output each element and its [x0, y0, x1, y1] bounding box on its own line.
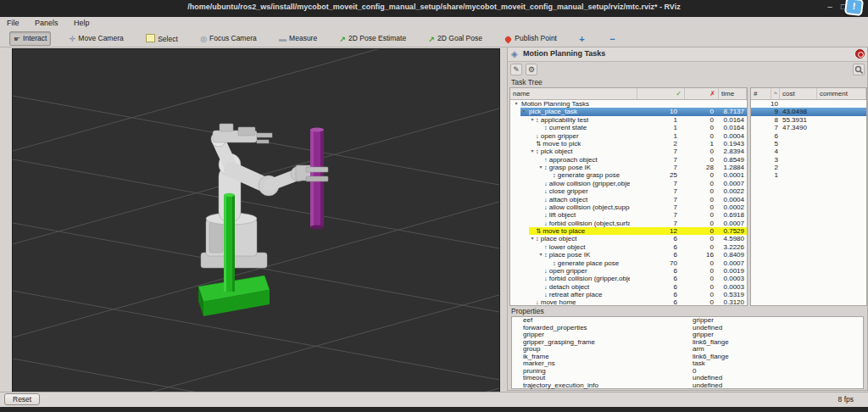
measure-tool-button[interactable]: ▬Measure	[275, 31, 321, 46]
solution-row[interactable]: 2	[751, 164, 866, 171]
panel-header[interactable]: ◈ Motion Planning Tasks	[508, 47, 867, 62]
expander-icon[interactable]: ▾	[537, 251, 544, 259]
task-tree-row[interactable]: ↓ lift object 7 0 0.6918	[510, 211, 747, 219]
task-tree-row[interactable]: ↕ generate grasp pose 25 0 0.0001	[510, 171, 747, 179]
expander-icon[interactable]	[529, 298, 536, 306]
solutions-header[interactable]: #^costcomment	[751, 88, 866, 100]
task-tree-row[interactable]: ↓ open gripper 1 0 0.0004	[510, 132, 747, 140]
expander-icon[interactable]: ▾	[529, 148, 536, 155]
property-row[interactable]: trajectory_execution_info undefined	[512, 382, 863, 390]
expander-icon[interactable]	[537, 275, 544, 282]
expander-icon[interactable]	[537, 187, 544, 195]
expander-icon[interactable]	[529, 140, 536, 148]
task-tree-row[interactable]: ⇅ move to place 12 0 0.7529	[510, 227, 747, 235]
select-tool-button[interactable]: Select	[142, 31, 182, 46]
expander-icon[interactable]	[537, 220, 544, 227]
task-tree-row[interactable]: ↓ close gripper 7 0 0.0022	[510, 187, 747, 195]
publish-point-tool-button[interactable]: Publish Point	[500, 31, 561, 45]
task-tree-row[interactable]: ▾ ↕ place pose IK 6 16 0.8409	[510, 251, 747, 259]
task-tree-row[interactable]: ▾ ↕ place object 6 0 4.5980	[510, 235, 747, 242]
panel-close-icon[interactable]	[855, 49, 865, 58]
property-row[interactable]: marker_ns task	[512, 360, 863, 368]
expander-icon[interactable]	[537, 203, 544, 211]
property-row[interactable]: pruning 0	[512, 368, 863, 376]
task-tree-row[interactable]: ↓ allow collision (object,support) 7 0 0…	[510, 203, 747, 211]
task-tree-row[interactable]: ↓ retreat after place 6 0 0.5319	[510, 291, 747, 298]
expander-icon[interactable]: ▾	[529, 235, 536, 242]
expander-icon[interactable]	[537, 267, 544, 275]
solution-row[interactable]: 6	[751, 132, 866, 140]
task-tree-row[interactable]: ↓ detach object 6 0 0.0003	[510, 283, 747, 291]
col-time[interactable]: time	[719, 88, 747, 99]
property-value: task	[693, 360, 863, 368]
solution-row[interactable]: 8 55.3931	[751, 116, 866, 124]
focus-camera-tool-button[interactable]: ◎Focus Camera	[196, 31, 261, 46]
interact-tool-button[interactable]: ☛Interact	[9, 31, 51, 46]
solution-row[interactable]: 7 47.3490	[751, 124, 866, 131]
task-tree-row[interactable]: ▾ Motion Planning Tasks	[510, 100, 747, 108]
task-tree-row[interactable]: ↑ lower object 6 0 3.2226	[510, 243, 747, 251]
move-camera-tool-button[interactable]: ✛Move Camera	[65, 31, 128, 46]
solution-row[interactable]: 9 43.0498	[751, 108, 866, 115]
expander-icon[interactable]	[546, 171, 553, 179]
panel-edit-button[interactable]: ✎	[510, 64, 522, 75]
goal-pose-tool-button[interactable]: ↗2D Goal Pose	[425, 31, 487, 46]
menu-file[interactable]: File	[0, 17, 26, 27]
expander-icon[interactable]	[537, 211, 544, 219]
property-row[interactable]: gripper_grasping_frame link6_flange	[512, 339, 863, 347]
expander-icon[interactable]	[546, 259, 553, 267]
add-tool-button[interactable]: +	[575, 31, 591, 47]
panel-settings-button[interactable]: ⚙	[526, 64, 537, 75]
task-tree-row[interactable]: ↑ approach object 7 0 0.8549	[510, 156, 747, 164]
remove-tool-button[interactable]: −	[605, 31, 621, 47]
task-tree-row[interactable]: ▾ pick_place_task 10 0 8.7137	[510, 108, 747, 115]
task-tree-row[interactable]: ▾ ↕ applicability test 1 0 0.0164	[510, 116, 747, 124]
col-fail-cross-icon[interactable]: ✗	[685, 88, 719, 99]
solution-row[interactable]: 5	[751, 140, 866, 148]
solution-row[interactable]: 10	[751, 100, 866, 108]
expander-icon[interactable]	[537, 124, 544, 131]
task-tree-header[interactable]: name✓✗time	[510, 88, 747, 100]
property-row[interactable]: ik_frame link6_flange	[512, 354, 863, 361]
3d-viewport[interactable]	[12, 48, 500, 393]
expander-icon[interactable]: ▾	[513, 100, 520, 108]
panel-search-button[interactable]	[853, 64, 865, 75]
col-cost[interactable]: cost	[780, 88, 817, 99]
task-tree-row[interactable]: ▾ ↕ grasp pose IK 7 28 1.2884	[510, 164, 747, 171]
menu-panels[interactable]: Panels	[28, 17, 65, 27]
task-tree-row[interactable]: ▾ ↕ pick object 7 0 2.8394	[510, 148, 747, 155]
solution-row[interactable]: 4	[751, 148, 866, 155]
col-solution-number[interactable]: #	[751, 88, 771, 99]
task-tree-row[interactable]: ↓ open gripper 6 0 0.0019	[510, 267, 747, 275]
expander-icon[interactable]	[537, 283, 544, 291]
expander-icon[interactable]	[529, 132, 536, 140]
task-tree-row[interactable]: ↓ attach object 7 0 0.0004	[510, 196, 747, 203]
expander-icon[interactable]: ▾	[520, 108, 527, 115]
col-name[interactable]: name	[510, 88, 637, 99]
col-comment[interactable]: comment	[817, 88, 866, 99]
expander-icon[interactable]	[537, 291, 544, 298]
expander-icon[interactable]	[537, 196, 544, 203]
expander-icon[interactable]	[537, 243, 544, 251]
col-success-check-icon[interactable]: ✓	[637, 88, 685, 99]
task-tree-row[interactable]: ↓ move home 6 0 0.3120	[510, 298, 747, 306]
task-tree-row[interactable]: ↓ forbid collision (gripper,object) 6 0 …	[510, 275, 747, 282]
task-tree-row[interactable]: ↕ current state 1 0 0.0164	[510, 124, 747, 131]
expander-icon[interactable]: ▾	[537, 164, 544, 171]
task-tree-row[interactable]: ↓ forbid collision (object,surface) 7 0 …	[510, 220, 747, 227]
minimize-button[interactable]: –	[824, 2, 836, 11]
solution-row[interactable]: 3	[751, 156, 866, 164]
expander-icon[interactable]: ▾	[529, 116, 536, 124]
task-tree-row[interactable]: ⇅ move to pick 2 1 0.1943	[510, 140, 747, 148]
reset-button[interactable]: Reset	[4, 393, 40, 405]
task-tree-row[interactable]: ↕ generate place pose 70 0 0.0007	[510, 259, 747, 267]
pose-estimate-tool-button[interactable]: ↗2D Pose Estimate	[336, 31, 411, 46]
expander-icon[interactable]	[537, 156, 544, 164]
task-tree-row[interactable]: ↓ allow collision (gripper,object) 7 0 0…	[510, 180, 747, 187]
expander-icon[interactable]	[537, 180, 544, 187]
expander-icon[interactable]	[529, 227, 536, 235]
solution-row[interactable]: 1	[751, 171, 866, 179]
property-row[interactable]: group arm	[512, 346, 863, 354]
property-row[interactable]: forwarded_properties undefined	[512, 325, 863, 332]
menu-help[interactable]: Help	[67, 17, 97, 27]
